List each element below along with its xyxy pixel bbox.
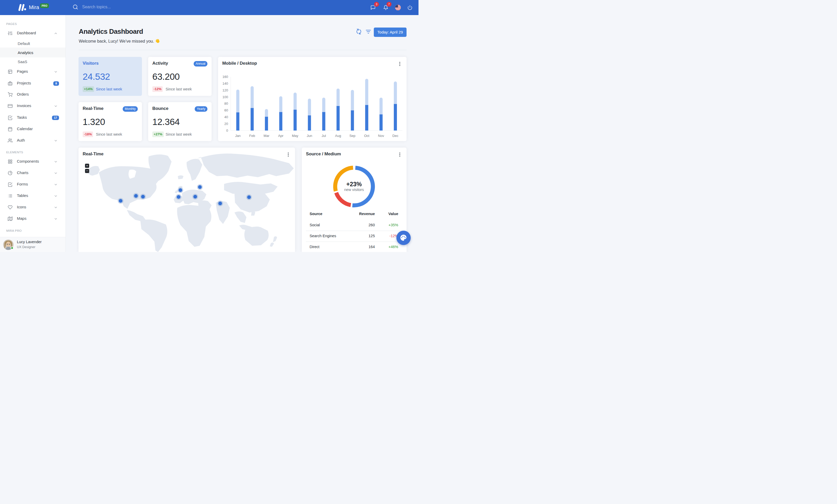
svg-text:80: 80 [224, 101, 228, 106]
svg-text:May: May [292, 134, 298, 138]
svg-text:120: 120 [222, 88, 228, 92]
svg-text:20: 20 [224, 122, 228, 126]
svg-text:Jun: Jun [307, 134, 312, 138]
svg-text:Dec: Dec [392, 134, 398, 138]
svg-text:140: 140 [222, 81, 228, 86]
svg-text:100: 100 [222, 95, 228, 99]
svg-text:Jan: Jan [235, 134, 241, 138]
svg-text:Sep: Sep [349, 134, 355, 138]
svg-text:Apr: Apr [278, 134, 284, 138]
svg-text:40: 40 [224, 115, 228, 119]
svg-text:Aug: Aug [335, 134, 341, 138]
svg-text:Oct: Oct [364, 134, 370, 138]
svg-text:Nov: Nov [378, 134, 384, 138]
svg-text:160: 160 [222, 75, 228, 79]
svg-text:Jul: Jul [322, 134, 326, 138]
svg-text:60: 60 [224, 108, 228, 112]
svg-text:Mar: Mar [264, 134, 270, 138]
svg-text:0: 0 [226, 129, 228, 132]
svg-text:Feb: Feb [249, 134, 255, 138]
